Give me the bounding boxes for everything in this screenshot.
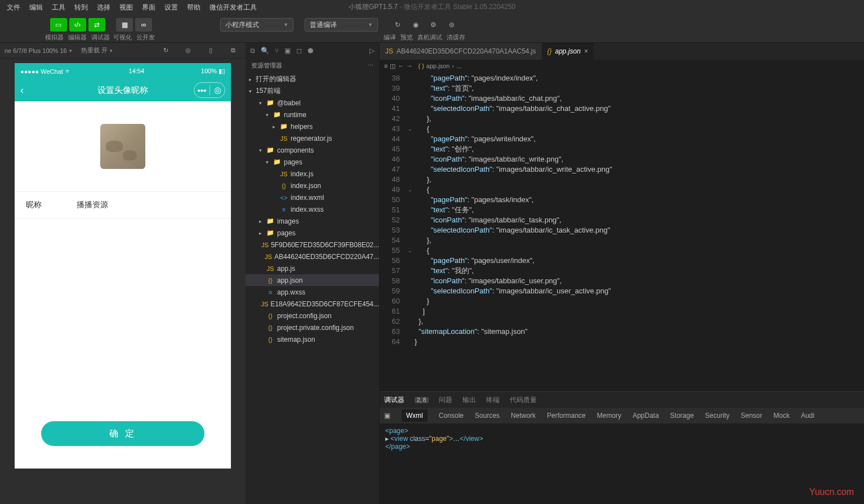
search-icon[interactable]: 🔍 bbox=[261, 47, 269, 55]
pop-icon[interactable]: ⧉ bbox=[225, 44, 241, 57]
watermark: Yuucn.com bbox=[809, 487, 854, 497]
tree-item[interactable]: {}app.json bbox=[246, 274, 379, 286]
remote-debug-button[interactable]: ⚙ bbox=[426, 18, 442, 32]
tree-item[interactable]: ▸📁helpers bbox=[246, 121, 379, 132]
tree-item[interactable]: <>index.wxml bbox=[246, 191, 379, 203]
clear-cache-button[interactable]: ⊜ bbox=[444, 18, 460, 32]
box-icon[interactable]: ▣ bbox=[284, 47, 291, 55]
devtab-console[interactable]: Console bbox=[439, 412, 464, 420]
menu-选择[interactable]: 选择 bbox=[92, 3, 115, 12]
editor-tabs: JSAB446240ED35D6CFCD220A470A1AAC54.js{}a… bbox=[380, 43, 864, 60]
tree-item[interactable]: ▸📁pages bbox=[246, 227, 379, 239]
tree-item[interactable]: JSE18A9642ED35D6CF87ECFE454... bbox=[246, 298, 379, 310]
devtab-memory[interactable]: Memory bbox=[597, 412, 621, 420]
menu-帮助[interactable]: 帮助 bbox=[182, 3, 205, 12]
menu-编辑[interactable]: 编辑 bbox=[25, 3, 47, 12]
square-icon[interactable]: ◻ bbox=[296, 47, 302, 55]
simulator-toggle[interactable]: ▭ bbox=[50, 18, 67, 32]
menu-转到[interactable]: 转到 bbox=[70, 3, 92, 12]
phone-simulator: ●●●●● WeChat ᯤ 14:54 100% ▮▯ ‹ 设置头像昵称 ••… bbox=[15, 63, 231, 469]
editor-tab[interactable]: JSAB446240ED35D6CFCD220A470A1AAC54.js bbox=[380, 43, 542, 60]
tree-item[interactable]: {}project.private.config.json bbox=[246, 322, 379, 333]
tree-item[interactable]: ▾📁@babel bbox=[246, 97, 379, 109]
problems-tab[interactable]: 问题 bbox=[439, 395, 452, 405]
devtab-audi[interactable]: Audi bbox=[801, 412, 814, 420]
page-title: 设置头像昵称 bbox=[97, 85, 148, 96]
menu-设置[interactable]: 设置 bbox=[160, 3, 182, 12]
editor-tab[interactable]: {}app.json× bbox=[542, 43, 594, 60]
project-root[interactable]: ▾157前端 bbox=[246, 85, 379, 97]
more-icon[interactable]: ⋯ bbox=[367, 62, 373, 69]
mode-dropdown[interactable]: 小程序模式▼ bbox=[220, 18, 293, 32]
preview-button[interactable]: ◉ bbox=[408, 18, 424, 32]
tree-item[interactable]: ▾📁components bbox=[246, 144, 379, 156]
nickname-label: 昵称 bbox=[26, 200, 77, 210]
tree-item[interactable]: JSapp.js bbox=[246, 262, 379, 274]
editor-panel: JSAB446240ED35D6CFCD220A470A1AAC54.js{}a… bbox=[380, 43, 864, 504]
visual-button[interactable]: ▦ bbox=[116, 18, 133, 32]
explorer-panel: ⧉ 🔍 ⑂ ▣ ◻ ⬢ ▷ 资源管理器 ⋯ ▸打开的编辑器 ▾157前端 ▾📁@… bbox=[246, 43, 380, 504]
output-tab[interactable]: 输出 bbox=[462, 395, 476, 405]
devtab-sensor[interactable]: Sensor bbox=[741, 412, 762, 420]
wxml-panel[interactable]: <page> ▸ <view class="page">…</view> </p… bbox=[380, 423, 864, 504]
tree-item[interactable]: JS5F9D60E7ED35D6CF39FB08E02... bbox=[246, 239, 379, 251]
back-icon[interactable]: ‹ bbox=[20, 84, 24, 96]
debugger-toggle[interactable]: ⇄ bbox=[88, 18, 105, 32]
menu-界面[interactable]: 界面 bbox=[137, 3, 160, 12]
tree-item[interactable]: JSregenerator.js bbox=[246, 132, 379, 144]
device-selector[interactable]: ne 6/7/8 Plus 100% 16 bbox=[5, 47, 67, 54]
close-icon[interactable]: × bbox=[584, 47, 588, 55]
device-icon[interactable]: ▯ bbox=[203, 44, 219, 57]
capsule-menu[interactable]: •••◎ bbox=[194, 82, 225, 98]
debugger-tab[interactable]: 调试器 bbox=[384, 395, 404, 405]
code-editor[interactable]: 3839404142434445464748495051525354555657… bbox=[380, 72, 864, 391]
menu-工具[interactable]: 工具 bbox=[47, 3, 70, 12]
avatar[interactable] bbox=[100, 124, 145, 169]
devtab-performance[interactable]: Performance bbox=[547, 412, 586, 420]
refresh-icon[interactable]: ↻ bbox=[158, 44, 173, 57]
tree-item[interactable]: JSindex.js bbox=[246, 168, 379, 180]
menu-文件[interactable]: 文件 bbox=[2, 3, 25, 12]
nickname-value[interactable]: 播播资源 bbox=[77, 200, 108, 210]
play-icon[interactable]: ▷ bbox=[369, 47, 375, 55]
devtab-mock[interactable]: Mock bbox=[773, 412, 790, 420]
editor-toggle[interactable]: ‹/› bbox=[69, 18, 86, 32]
tree-item[interactable]: ▾📁runtime bbox=[246, 109, 379, 121]
inspect-icon[interactable]: ▣ bbox=[384, 412, 390, 420]
devtab-network[interactable]: Network bbox=[511, 412, 536, 420]
cloud-button[interactable]: ∞ bbox=[135, 18, 152, 32]
menu-视图[interactable]: 视图 bbox=[115, 3, 137, 12]
branch-icon[interactable]: ⑂ bbox=[275, 47, 279, 55]
terminal-tab[interactable]: 终端 bbox=[486, 395, 500, 405]
tree-item[interactable]: {}sitemap.json bbox=[246, 333, 379, 345]
bug-icon[interactable]: ⬢ bbox=[308, 47, 313, 55]
hot-reload[interactable]: 热重载 开 bbox=[81, 46, 108, 55]
devtab-appdata[interactable]: AppData bbox=[633, 412, 659, 420]
confirm-button[interactable]: 确 定 bbox=[41, 421, 204, 446]
devtab-wxml[interactable]: Wxml bbox=[402, 409, 427, 422]
tree-item[interactable]: ▸📁images bbox=[246, 215, 379, 227]
files-icon[interactable]: ⧉ bbox=[250, 47, 255, 55]
tree-item[interactable]: ≡app.wxss bbox=[246, 286, 379, 298]
devtab-security[interactable]: Security bbox=[705, 412, 729, 420]
tree-item[interactable]: JSAB446240ED35D6CFCD220A47... bbox=[246, 251, 379, 262]
devtab-storage[interactable]: Storage bbox=[670, 412, 694, 420]
tree-item[interactable]: {}project.config.json bbox=[246, 310, 379, 322]
menu-微信开发者工具[interactable]: 微信开发者工具 bbox=[205, 3, 261, 12]
tree-item[interactable]: {}index.json bbox=[246, 180, 379, 191]
compile-button[interactable]: ↻ bbox=[390, 18, 406, 32]
open-editors-section[interactable]: ▸打开的编辑器 bbox=[246, 73, 379, 85]
tree-item[interactable]: ≡index.wxss bbox=[246, 203, 379, 215]
window-title: 小狐狸GPT1.5.7 - 微信开发者工具 Stable 1.05.220425… bbox=[349, 2, 515, 12]
compile-dropdown[interactable]: 普通编译▼ bbox=[305, 18, 378, 32]
devtab-sources[interactable]: Sources bbox=[475, 412, 500, 420]
simulator-panel: ne 6/7/8 Plus 100% 16▾ 热重载 开▾ ↻ ◎ ▯ ⧉ ●●… bbox=[0, 43, 246, 504]
quality-tab[interactable]: 代码质量 bbox=[510, 395, 537, 405]
toolbar: ▭ ‹/› ⇄ 模拟器 编辑器 调试器 ▦ ∞ 可视化 云开发 小程序模式▼ 普… bbox=[0, 15, 864, 43]
record-icon[interactable]: ◎ bbox=[180, 44, 196, 57]
tree-item[interactable]: ▾📁pages bbox=[246, 156, 379, 168]
